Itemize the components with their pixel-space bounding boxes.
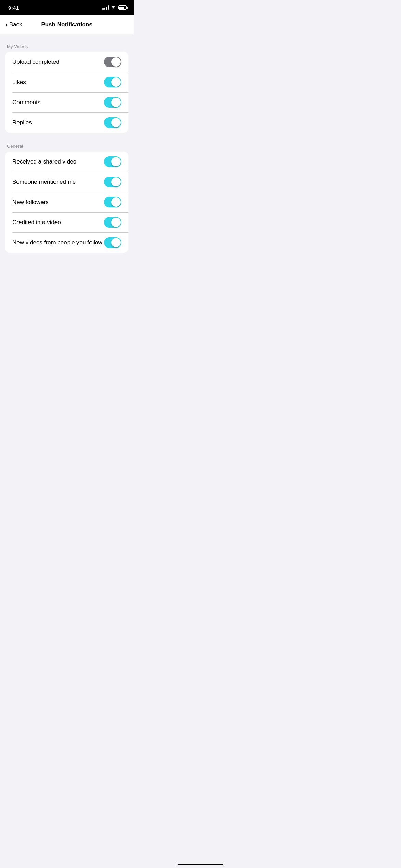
toggle-upload-completed[interactable] [104,57,121,67]
settings-row-credited-in-video: Credited in a video [5,212,128,232]
page-title: Push Notifications [41,21,92,28]
section-header-my-videos: My Videos [0,44,134,49]
toggle-thumb-replies [111,118,121,127]
settings-row-received-shared-video: Received a shared video [5,152,128,172]
label-replies: Replies [12,119,32,126]
status-time: 9:41 [8,5,19,11]
settings-row-likes: Likes [5,72,128,92]
label-received-shared-video: Received a shared video [12,158,76,165]
settings-group-general: Received a shared videoSomeone mentioned… [5,152,128,253]
toggle-thumb-new-followers [111,197,121,207]
toggle-someone-mentioned-me[interactable] [104,177,121,187]
settings-row-comments: Comments [5,92,128,112]
label-comments: Comments [12,99,40,106]
label-upload-completed: Upload completed [12,59,59,65]
battery-icon [118,5,127,10]
toggle-thumb-credited-in-video [111,218,121,227]
toggle-thumb-someone-mentioned-me [111,177,121,186]
toggle-likes[interactable] [104,77,121,87]
settings-group-my-videos: Upload completedLikesCommentsReplies [5,52,128,133]
toggle-comments[interactable] [104,97,121,108]
wifi-icon [111,5,116,10]
toggle-credited-in-video[interactable] [104,217,121,228]
back-chevron-icon: ‹ [5,21,8,28]
label-credited-in-video: Credited in a video [12,219,61,226]
nav-bar: ‹ Back Push Notifications [0,15,134,34]
back-button[interactable]: ‹ Back [5,21,22,28]
back-label: Back [9,21,22,28]
settings-row-replies: Replies [5,112,128,133]
section-header-general: General [0,144,134,149]
status-icons [102,5,127,10]
toggle-received-shared-video[interactable] [104,156,121,167]
label-someone-mentioned-me: Someone mentioned me [12,179,76,185]
label-new-videos-follow: New videos from people you follow [12,239,102,246]
toggle-thumb-likes [111,77,121,87]
toggle-thumb-comments [111,98,121,107]
label-new-followers: New followers [12,199,49,206]
status-bar: 9:41 [0,0,134,15]
settings-row-new-followers: New followers [5,192,128,212]
settings-row-new-videos-follow: New videos from people you follow [5,232,128,253]
settings-row-someone-mentioned-me: Someone mentioned me [5,172,128,192]
settings-row-upload-completed: Upload completed [5,52,128,72]
toggle-new-followers[interactable] [104,197,121,207]
content: My VideosUpload completedLikesCommentsRe… [0,34,134,273]
toggle-thumb-received-shared-video [111,157,121,166]
section-my-videos: My VideosUpload completedLikesCommentsRe… [0,44,134,133]
section-general: GeneralReceived a shared videoSomeone me… [0,144,134,253]
label-likes: Likes [12,79,26,86]
toggle-new-videos-follow[interactable] [104,237,121,248]
toggle-thumb-upload-completed [111,57,121,67]
signal-icon [102,5,109,10]
toggle-replies[interactable] [104,117,121,128]
toggle-thumb-new-videos-follow [111,238,121,247]
